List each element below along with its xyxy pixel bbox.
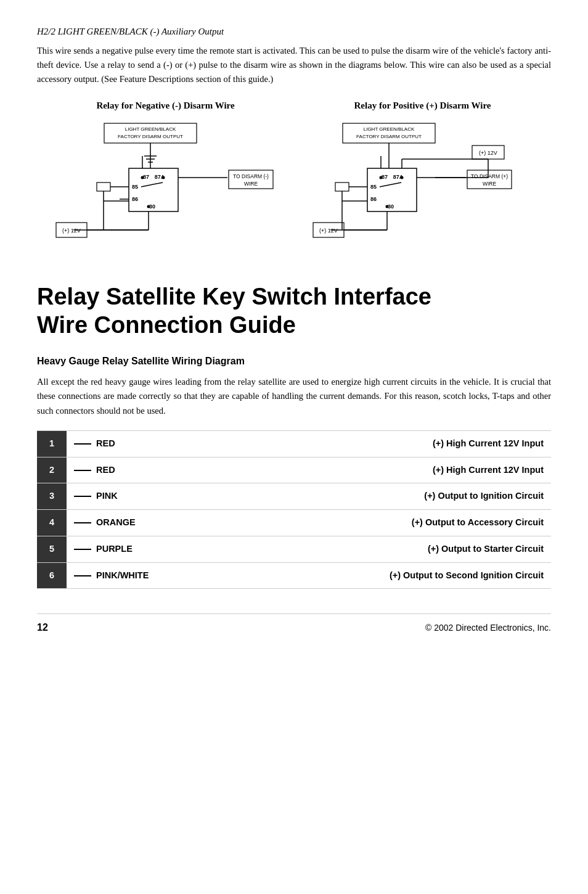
- relay-diagram-negative: Relay for Negative (-) Disarm Wire LIGHT…: [49, 99, 283, 258]
- wire-description: (+) Output to Starter Circuit: [165, 536, 551, 562]
- svg-text:(+) 12V: (+) 12V: [62, 228, 81, 234]
- svg-text:LIGHT GREEN/BLACK: LIGHT GREEN/BLACK: [125, 126, 176, 132]
- wire-color: PURPLE: [67, 536, 165, 562]
- row-number: 6: [37, 562, 67, 589]
- section-title-line1: Relay Satellite Key Switch Interface: [37, 284, 431, 310]
- wire-description: (+) High Current 12V Input: [165, 457, 551, 483]
- wire-color: PINK/WHITE: [67, 562, 165, 589]
- relay-negative-title: Relay for Negative (-) Disarm Wire: [49, 99, 283, 113]
- svg-text:TO DISARM (+): TO DISARM (+): [470, 173, 507, 179]
- relay-negative-svg: LIGHT GREEN/BLACK FACTORY DISARM OUTPUT …: [55, 119, 277, 255]
- wire-color: PINK: [67, 483, 165, 510]
- wire-table: 1RED(+) High Current 12V Input2RED(+) Hi…: [37, 430, 551, 589]
- svg-text:WIRE: WIRE: [243, 181, 258, 187]
- wire-description: (+) Output to Accessory Circuit: [165, 510, 551, 536]
- svg-line-13: [141, 182, 163, 187]
- aux-output-heading: H2/2 LIGHT GREEN/BLACK (-) Auxiliary Out…: [37, 25, 551, 39]
- svg-rect-62: [335, 182, 349, 191]
- svg-point-11: [161, 176, 165, 179]
- row-number: 5: [37, 536, 67, 562]
- svg-point-51: [385, 205, 388, 208]
- svg-text:(+) 12V: (+) 12V: [479, 150, 497, 156]
- svg-text:86: 86: [131, 196, 137, 202]
- svg-text:TO DISARM (-): TO DISARM (-): [233, 173, 269, 179]
- relay-diagrams-section: Relay for Negative (-) Disarm Wire LIGHT…: [37, 99, 551, 258]
- wire-color: ORANGE: [67, 510, 165, 536]
- svg-text:LIGHT GREEN/BLACK: LIGHT GREEN/BLACK: [363, 126, 414, 132]
- svg-point-46: [400, 176, 403, 179]
- svg-line-48: [380, 182, 401, 187]
- relay-positive-title: Relay for Positive (+) Disarm Wire: [306, 99, 540, 113]
- wire-description: (+) Output to Second Ignition Circuit: [165, 562, 551, 589]
- table-row: 5PURPLE(+) Output to Starter Circuit: [37, 536, 551, 562]
- svg-text:87: 87: [381, 174, 387, 180]
- svg-text:86: 86: [370, 196, 376, 202]
- svg-text:87: 87: [142, 174, 149, 180]
- svg-point-17: [147, 205, 150, 208]
- table-row: 4ORANGE(+) Output to Accessory Circuit: [37, 510, 551, 536]
- row-number: 2: [37, 457, 67, 483]
- relay-diagram-positive: Relay for Positive (+) Disarm Wire LIGHT…: [306, 99, 540, 258]
- aux-output-body: This wire sends a negative pulse every t…: [37, 44, 551, 87]
- table-row: 2RED(+) High Current 12V Input: [37, 457, 551, 483]
- svg-point-45: [379, 176, 382, 179]
- footer-copyright: © 2002 Directed Electronics, Inc.: [425, 621, 551, 634]
- row-number: 3: [37, 483, 67, 510]
- footer: 12 © 2002 Directed Electronics, Inc.: [37, 613, 551, 635]
- subsection-title: Heavy Gauge Relay Satellite Wiring Diagr…: [37, 354, 551, 369]
- footer-page-number: 12: [37, 620, 48, 635]
- svg-text:FACTORY DISARM OUTPUT: FACTORY DISARM OUTPUT: [356, 134, 422, 139]
- section-title-line2: Wire Connection Guide: [37, 312, 296, 338]
- row-number: 1: [37, 430, 67, 457]
- subsection-body: All except the red heavy gauge wires lea…: [37, 375, 551, 418]
- wire-color: RED: [67, 430, 165, 457]
- svg-point-10: [141, 176, 144, 179]
- section-title: Relay Satellite Key Switch Interface Wir…: [37, 283, 551, 339]
- svg-text:WIRE: WIRE: [482, 181, 496, 187]
- table-row: 6PINK/WHITE(+) Output to Second Ignition…: [37, 562, 551, 589]
- svg-text:85: 85: [131, 184, 137, 190]
- table-row: 3PINK(+) Output to Ignition Circuit: [37, 483, 551, 510]
- wire-description: (+) High Current 12V Input: [165, 430, 551, 457]
- wire-color: RED: [67, 457, 165, 483]
- svg-text:FACTORY DISARM OUTPUT: FACTORY DISARM OUTPUT: [118, 134, 183, 139]
- row-number: 4: [37, 510, 67, 536]
- svg-text:85: 85: [370, 184, 376, 190]
- relay-positive-svg: LIGHT GREEN/BLACK FACTORY DISARM OUTPUT …: [312, 119, 534, 255]
- svg-text:(+) 12V: (+) 12V: [319, 228, 338, 234]
- wire-description: (+) Output to Ignition Circuit: [165, 483, 551, 510]
- svg-rect-23: [97, 182, 110, 191]
- table-row: 1RED(+) High Current 12V Input: [37, 430, 551, 457]
